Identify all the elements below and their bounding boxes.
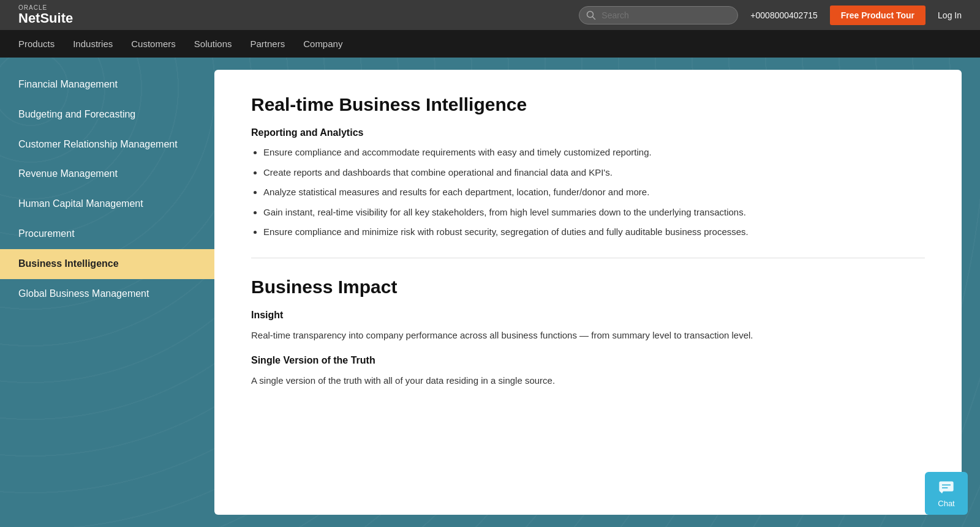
section2-title: Business Impact [251,277,925,297]
bg-area: Financial ManagementBudgeting and Foreca… [0,58,980,527]
bullet-item: Analyze statistical measures and results… [263,185,925,200]
nav-item-solutions[interactable]: Solutions [194,39,232,49]
login-link[interactable]: Log In [938,10,962,20]
logo: ORACLE NetSuite [18,4,73,26]
sidebar-item-global-business-management[interactable]: Global Business Management [0,279,214,309]
nav-item-partners[interactable]: Partners [251,39,285,49]
nav-bar: ProductsIndustriesCustomersSolutionsPart… [0,30,980,58]
phone-number: +0008000402715 [750,10,817,20]
sidebar-item-customer-relationship-management[interactable]: Customer Relationship Management [0,130,214,160]
sidebar: Financial ManagementBudgeting and Foreca… [0,58,214,527]
single-version-title: Single Version of the Truth [251,355,925,366]
free-tour-button[interactable]: Free Product Tour [830,6,925,25]
bullet-item: Gain instant, real-time visibility for a… [263,206,925,220]
chat-label: Chat [938,499,954,508]
nav-item-customers[interactable]: Customers [131,39,176,49]
divider [251,258,925,258]
sidebar-item-human-capital-management[interactable]: Human Capital Management [0,189,214,219]
section1-title: Real-time Business Intelligence [251,94,925,115]
nav-item-industries[interactable]: Industries [73,39,113,49]
chat-icon [938,479,955,496]
nav-item-products[interactable]: Products [18,39,55,49]
main-content: Real-time Business Intelligence Reportin… [214,70,962,515]
top-bar-right: +0008000402715 Free Product Tour Log In [579,6,962,25]
netsuite-label: NetSuite [18,11,73,26]
top-bar: ORACLE NetSuite +0008000402715 Free Prod… [0,0,980,30]
single-version-text: A single version of the truth with all o… [251,373,925,388]
nav-item-company[interactable]: Company [303,39,342,49]
sidebar-item-financial-management[interactable]: Financial Management [0,70,214,100]
sidebar-item-procurement[interactable]: Procurement [0,219,214,249]
chat-button[interactable]: Chat [925,472,968,515]
bullet-item: Ensure compliance and accommodate requir… [263,146,925,160]
search-input[interactable] [579,6,738,24]
insight-text: Real-time transparency into company perf… [251,328,925,343]
sidebar-item-budgeting-and-forecasting[interactable]: Budgeting and Forecasting [0,100,214,130]
subsection1-title: Reporting and Analytics [251,127,925,138]
svg-rect-2 [939,481,953,491]
bullet-item: Ensure compliance and minimize risk with… [263,225,925,239]
bullet-item: Create reports and dashboards that combi… [263,166,925,180]
sidebar-item-revenue-management[interactable]: Revenue Management [0,159,214,189]
search-wrapper [579,6,738,24]
sidebar-item-business-intelligence[interactable]: Business Intelligence [0,249,214,279]
insight-title: Insight [251,310,925,321]
bullet-list: Ensure compliance and accommodate requir… [263,146,925,239]
